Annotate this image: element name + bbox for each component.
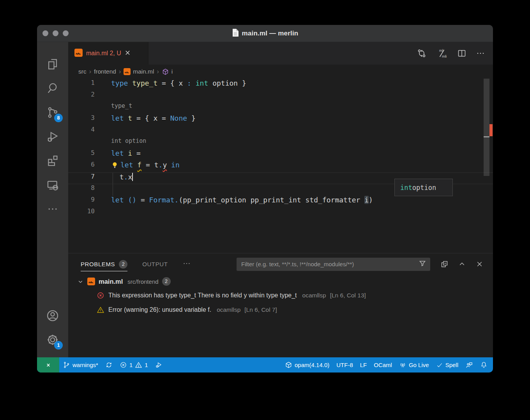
tab-problems[interactable]: PROBLEMS 2 [81,253,127,275]
overview-ruler-error-mark [489,124,493,136]
code-line[interactable]: 10 [68,207,493,219]
code-token: i [364,196,369,204]
problems-file-group[interactable]: main.ml src/frontend 2 [68,275,493,288]
error-count: 1 [129,362,132,368]
opam-item[interactable]: opam(4.14.0) [281,357,333,373]
spell-item[interactable]: Spell [433,357,462,373]
code-line[interactable]: 5let i = [68,149,493,161]
problems-filter-input[interactable] [241,261,419,267]
code-text: let i = [111,149,141,161]
collapse-all-icon[interactable] [440,260,449,268]
sync-item[interactable] [102,357,116,373]
eol-item[interactable]: LF [357,357,371,373]
remote-explorer-icon[interactable] [43,173,62,197]
code-token: type [111,79,128,87]
line-number: 8 [68,184,95,196]
debug-status-item[interactable] [152,357,166,373]
inlay-hint-row[interactable]: type_t [68,102,493,114]
code-token: t [120,173,124,181]
problem-row-error[interactable]: This expression has type type_t There is… [68,288,493,302]
ocaml-file-icon [87,278,95,285]
encoding-item[interactable]: UTF-8 [333,357,357,373]
indent-guide [113,184,113,196]
titlebar[interactable]: main.ml — merlin [37,25,493,42]
minimize-window-button[interactable] [53,30,58,36]
error-count-icon [120,361,127,369]
warning-icon [97,306,104,314]
code-token: . [159,161,163,169]
code-token: = [132,149,141,157]
breadcrumb-frontend[interactable]: frontend [94,68,116,75]
code-token: type_t [132,79,157,87]
accounts-icon[interactable] [43,304,62,328]
code-editor[interactable]: 1type type_t = { x : int option }2type_t… [68,79,493,253]
code-token: () [128,196,136,204]
remote-indicator[interactable] [37,357,59,373]
code-token [167,161,171,169]
code-line[interactable]: 3let t = { x = None } [68,114,493,126]
code-text: let () = Format.(pp_print_option pp_prin… [111,196,373,207]
more-actions-icon[interactable] [476,49,485,58]
vscode-window: main.ml — merlin 8 [37,25,493,373]
breadcrumb-symbol-label: i [171,68,173,75]
scrollbar-slider[interactable] [484,79,489,176]
tab-main-ml[interactable]: main.ml 2, U [68,42,148,65]
tab-close-icon[interactable] [125,50,131,57]
opam-label: opam(4.14.0) [295,362,329,368]
settings-gear-icon[interactable]: 1 [43,328,62,352]
line-number: 5 [68,149,95,161]
problems-count-badge: 2 [119,260,127,269]
notifications-item[interactable] [477,357,493,373]
code-line[interactable]: 1type type_t = { x : int option } [68,79,493,91]
code-line[interactable]: 6let f = t.y in [68,161,493,172]
symbol-cube-icon [162,68,169,76]
code-line[interactable]: 4 [68,126,493,137]
tab-output[interactable]: OUTPUT [142,253,168,275]
type-hover-tooltip: int option [394,179,453,196]
group-file-path: src/frontend [127,278,158,285]
split-editor-icon[interactable] [457,49,466,58]
code-token: . [124,173,128,181]
ocaml-switch-icon[interactable] [417,48,427,58]
package-icon [285,361,292,369]
panel-more-tabs-icon[interactable] [182,259,191,269]
problem-row-warning[interactable]: Error (warning 26): unused variable f.oc… [68,302,493,317]
code-token: : [187,79,191,87]
code-token: = { x = [132,114,170,122]
breadcrumb-symbol[interactable]: i [162,68,173,76]
code-text: let f = t.y in [111,161,180,172]
explorer-icon[interactable] [43,52,62,76]
zoom-window-button[interactable] [63,30,69,36]
git-branch-item[interactable]: warnings* [59,357,102,373]
check-icon [436,362,443,369]
go-live-item[interactable]: Go Live [396,357,433,373]
branch-icon [63,361,70,369]
ml-mli-switch-icon[interactable]: mlmli [436,47,448,59]
language-item[interactable]: OCaml [370,357,396,373]
feedback-item[interactable] [462,357,477,373]
maximize-panel-icon[interactable] [458,260,466,268]
source-control-icon[interactable]: 8 [43,100,62,125]
code-token: ) [369,196,373,204]
problems-tab-label: PROBLEMS [81,261,115,267]
lightbulb-icon[interactable] [111,162,120,170]
breadcrumb-file[interactable]: main.ml [124,68,154,75]
code-line[interactable]: 9let () = Format.(pp_print_option pp_pri… [68,196,493,207]
branch-label: warnings* [72,362,98,368]
problems-status-item[interactable]: 1 1 [116,357,152,373]
code-token: t [154,161,159,169]
inlay-hint-row[interactable]: int option [68,137,493,149]
code-token: None [170,114,187,122]
filter-funnel-icon[interactable] [419,260,426,269]
problems-filter-box [237,258,430,271]
close-window-button[interactable] [42,30,48,36]
search-icon[interactable] [43,76,62,100]
run-debug-icon[interactable] [43,125,62,149]
code-token: t [128,114,132,122]
overview-ruler-cursor-mark [484,136,489,137]
more-views-icon[interactable] [43,197,62,221]
breadcrumb-src[interactable]: src [78,68,87,75]
close-panel-icon[interactable] [475,260,484,268]
code-line[interactable]: 2 [68,91,493,102]
extensions-icon[interactable] [43,149,62,173]
